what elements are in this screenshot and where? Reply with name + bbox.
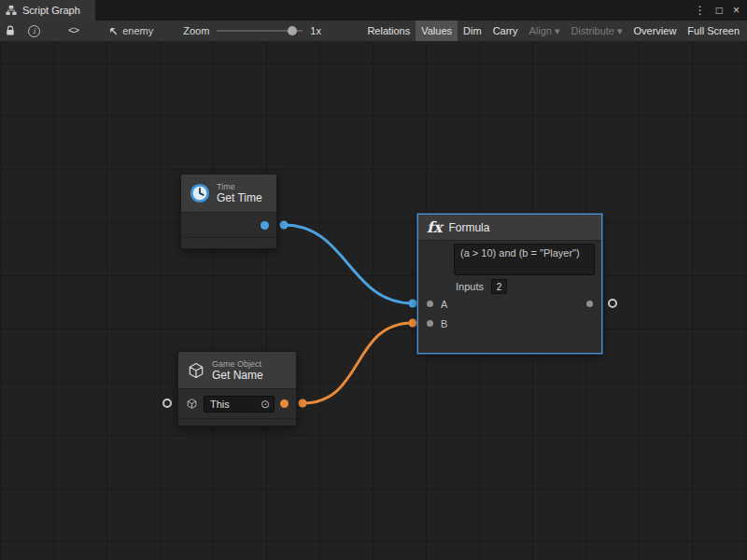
get-name-target-row: This ⊙ [178,389,296,418]
node-formula[interactable]: fx Formula (a > 10) and (b = "Player") I… [417,214,602,354]
node-category-label: Time [217,182,262,191]
connections-layer [0,42,747,560]
target-object-field[interactable]: This ⊙ [204,396,275,413]
title-bar: Script Graph ⋮ □ × [0,0,747,21]
node-title-label: Get Time [217,191,262,204]
maximize-icon[interactable]: □ [716,4,723,17]
fx-icon: fx [427,218,442,236]
formula-port-row-a: A [418,294,601,314]
graph-name-label: enemy [122,25,153,36]
get-time-output-port[interactable] [261,221,269,230]
zoom-slider-handle[interactable] [288,26,297,35]
wire-endpoint [409,300,417,308]
inputs-count-input[interactable]: 2 [491,279,507,294]
formula-inputs-row: Inputs 2 [456,279,601,294]
node-formula-header: fx Formula [418,215,601,241]
script-graph-icon [6,5,17,16]
info-icon[interactable]: i [28,21,40,41]
cube-icon [187,361,205,380]
carry-button[interactable]: Carry [487,21,524,41]
formula-port-row-b: B [418,314,601,333]
zoom-value: 1x [310,25,321,36]
object-picker-icon[interactable]: ⊙ [261,399,270,410]
node-get-time[interactable]: Time Get Time [180,174,277,249]
wire-endpoint [280,221,289,230]
node-get-name-header: Game Object Get Name [178,352,296,389]
cube-icon [186,398,198,410]
wire-endpoint [409,319,417,328]
node-title-label: Formula [448,221,489,234]
node-title-label: Get Name [212,369,263,382]
wire-endpoint [299,399,307,408]
inputs-label: Inputs [456,281,484,292]
relations-button[interactable]: Relations [361,21,416,41]
close-icon[interactable]: × [733,4,740,17]
toolbar-buttons: Relations Values Dim Carry Align ▾ Distr… [361,21,747,41]
zoom-slider[interactable] [217,30,303,32]
chevron-down-icon: ▾ [617,21,623,41]
values-button[interactable]: Values [416,21,458,41]
formula-expression-input[interactable]: (a > 10) and (b = "Player") [454,244,595,275]
node-footer [178,418,296,426]
overview-button[interactable]: Overview [628,21,683,41]
dim-button[interactable]: Dim [458,21,487,41]
clock-icon [190,183,210,203]
window-controls: ⋮ □ × [695,0,747,21]
get-name-output-port[interactable] [280,399,289,408]
zoom-label: Zoom [183,25,209,36]
graph-breadcrumb[interactable]: enemy [108,25,153,36]
align-button[interactable]: Align ▾ [524,21,566,41]
distribute-button[interactable]: Distribute ▾ [566,21,628,41]
get-name-target-port[interactable] [162,399,172,408]
node-get-time-header: Time Get Time [181,175,276,213]
lock-icon[interactable] [5,21,16,41]
formula-result-port-inner[interactable] [586,301,593,307]
tab-script-graph[interactable]: Script Graph [0,0,95,21]
wire-gettime-to-formula-a[interactable] [284,225,413,303]
graph-canvas[interactable]: Time Get Time fx Formula (a > 10) and (b… [0,42,747,560]
get-time-output-row [181,213,276,237]
wire-getname-to-formula-b[interactable] [303,323,413,403]
node-category-label: Game Object [212,359,263,369]
port-b-label: B [441,318,447,329]
formula-output-port[interactable] [608,299,617,308]
node-footer [181,237,276,248]
formula-input-b-port[interactable] [427,320,433,327]
zoom-control: Zoom 1x [183,25,321,36]
formula-input-a-port[interactable] [427,301,433,307]
window-menu-icon[interactable]: ⋮ [695,4,706,17]
graph-pointer-icon [108,26,119,36]
graph-toolbar: i <> enemy Zoom 1x Relations Values Dim … [0,21,747,42]
target-value: This [210,399,230,410]
code-icon[interactable]: <> [68,21,78,41]
tab-title: Script Graph [22,5,80,16]
node-get-name[interactable]: Game Object Get Name This ⊙ [177,351,297,427]
port-a-label: A [441,299,447,310]
full-screen-button[interactable]: Full Screen [682,21,745,41]
chevron-down-icon: ▾ [555,21,560,41]
